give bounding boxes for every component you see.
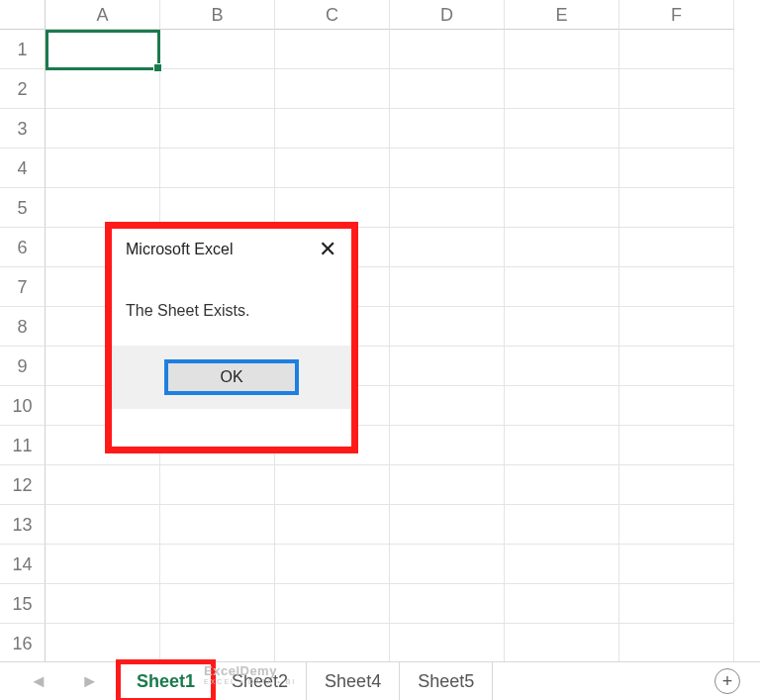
cell[interactable]	[390, 30, 505, 69]
row-head[interactable]: 2	[0, 69, 46, 109]
cell[interactable]	[275, 69, 390, 109]
sheet-tab-sheet4[interactable]: Sheet4	[307, 662, 400, 700]
prev-sheet-icon[interactable]: ◄	[30, 671, 48, 692]
dialog-titlebar[interactable]: Microsoft Excel ✕	[112, 229, 351, 266]
cell[interactable]	[275, 109, 390, 149]
cell[interactable]	[160, 109, 275, 149]
cell[interactable]	[390, 465, 505, 505]
cell[interactable]	[505, 347, 619, 386]
cell[interactable]	[619, 505, 734, 545]
cell[interactable]	[390, 545, 505, 584]
cell[interactable]	[275, 465, 390, 505]
cell[interactable]	[46, 109, 160, 149]
cell[interactable]	[160, 465, 275, 505]
cell[interactable]	[275, 584, 390, 624]
cell[interactable]	[160, 30, 275, 69]
cell[interactable]	[505, 505, 619, 545]
row-head[interactable]: 3	[0, 109, 46, 149]
cell[interactable]	[275, 30, 390, 69]
row-head[interactable]: 9	[0, 347, 46, 386]
cell[interactable]	[619, 149, 734, 188]
cell[interactable]	[390, 228, 505, 267]
next-sheet-icon[interactable]: ►	[81, 671, 99, 692]
cell[interactable]	[275, 505, 390, 545]
cell[interactable]	[619, 584, 734, 624]
row-head[interactable]: 10	[0, 386, 46, 426]
cell[interactable]	[46, 505, 160, 545]
close-icon[interactable]: ✕	[304, 239, 351, 260]
cell[interactable]	[505, 307, 619, 347]
row-head[interactable]: 13	[0, 505, 46, 545]
col-head-B[interactable]: B	[160, 0, 275, 30]
add-sheet-button[interactable]: +	[714, 668, 740, 694]
cell[interactable]	[160, 624, 275, 663]
col-head-D[interactable]: D	[390, 0, 505, 30]
cell[interactable]	[505, 386, 619, 426]
cell[interactable]	[390, 624, 505, 663]
col-head-C[interactable]: C	[275, 0, 390, 30]
cell[interactable]	[619, 347, 734, 386]
ok-button[interactable]: OK	[164, 359, 299, 395]
cell[interactable]	[505, 267, 619, 307]
sheet-tab-sheet5[interactable]: Sheet5	[400, 662, 493, 700]
cell[interactable]	[505, 426, 619, 465]
cell[interactable]	[619, 307, 734, 347]
cell[interactable]	[46, 545, 160, 584]
cell[interactable]	[46, 624, 160, 663]
cell[interactable]	[160, 505, 275, 545]
cell[interactable]	[619, 109, 734, 149]
cell[interactable]	[390, 307, 505, 347]
cell[interactable]	[505, 149, 619, 188]
row-head[interactable]: 11	[0, 426, 46, 465]
cell[interactable]	[46, 69, 160, 109]
cell[interactable]	[275, 149, 390, 188]
cell[interactable]	[505, 30, 619, 69]
cell[interactable]	[619, 386, 734, 426]
cell[interactable]	[390, 505, 505, 545]
cell[interactable]	[390, 267, 505, 307]
sheet-tab-sheet2[interactable]: Sheet2 ExcelDemy EXCEL • DATA • BI	[214, 662, 307, 700]
cell[interactable]	[46, 465, 160, 505]
cell[interactable]	[619, 228, 734, 267]
cell[interactable]	[505, 624, 619, 663]
row-head[interactable]: 4	[0, 149, 46, 188]
cell[interactable]	[619, 69, 734, 109]
cell[interactable]	[505, 465, 619, 505]
col-head-A[interactable]: A	[46, 0, 160, 30]
col-head-E[interactable]: E	[505, 0, 619, 30]
cell[interactable]	[505, 109, 619, 149]
cell[interactable]	[619, 267, 734, 307]
col-head-F[interactable]: F	[619, 0, 734, 30]
cell[interactable]	[160, 584, 275, 624]
cell[interactable]	[390, 188, 505, 228]
cell[interactable]	[390, 347, 505, 386]
row-head[interactable]: 12	[0, 465, 46, 505]
cell[interactable]	[390, 386, 505, 426]
cell[interactable]	[505, 69, 619, 109]
row-head[interactable]: 6	[0, 228, 46, 267]
cell[interactable]	[390, 584, 505, 624]
row-head[interactable]: 8	[0, 307, 46, 347]
cell[interactable]	[160, 69, 275, 109]
cell[interactable]	[46, 30, 160, 69]
row-head[interactable]: 1	[0, 30, 46, 69]
cell[interactable]	[619, 426, 734, 465]
cell[interactable]	[275, 624, 390, 663]
cell[interactable]	[390, 426, 505, 465]
row-head[interactable]: 14	[0, 545, 46, 584]
cell[interactable]	[505, 545, 619, 584]
cell[interactable]	[390, 149, 505, 188]
row-head[interactable]: 7	[0, 267, 46, 307]
cell[interactable]	[505, 228, 619, 267]
cell[interactable]	[46, 149, 160, 188]
row-head[interactable]: 15	[0, 584, 46, 624]
cell[interactable]	[390, 69, 505, 109]
cell[interactable]	[46, 584, 160, 624]
cell[interactable]	[160, 545, 275, 584]
cell[interactable]	[619, 30, 734, 69]
cell[interactable]	[390, 109, 505, 149]
row-head[interactable]: 16	[0, 624, 46, 663]
cell[interactable]	[619, 465, 734, 505]
cell[interactable]	[505, 584, 619, 624]
cell[interactable]	[619, 188, 734, 228]
